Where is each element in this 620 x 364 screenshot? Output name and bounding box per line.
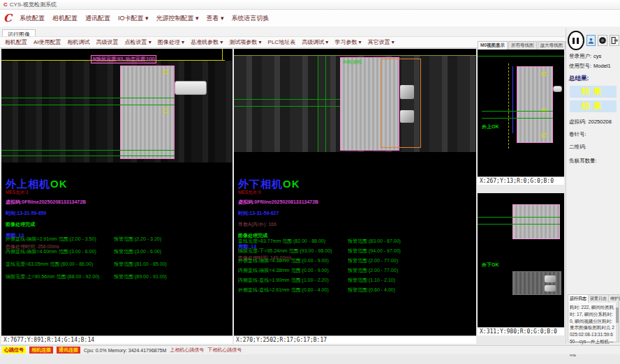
tool-other-settings[interactable]: 其它设置 ▾ — [368, 38, 394, 46]
left-camera-view[interactable]: N预留宽度:93, 动态宽度:100 外上相机OK MES允许:1 虚拟码:0F… — [1, 49, 232, 344]
measurement-text: 隔膜宽度-下=95.24mm 范围:(93.00 - 98.00) — [238, 248, 332, 253]
tab-count-label: 负极耳数量: — [569, 158, 597, 165]
tool-plc-address[interactable]: PLC地址表 — [268, 38, 296, 46]
tool-spotcheck-settings[interactable]: 点检设置 ▾ — [125, 38, 152, 46]
camera-name: 外上相机 — [6, 178, 50, 190]
result-ok: OK — [283, 178, 300, 190]
result-indicator-2: 结果 — [570, 100, 617, 112]
pin-number-label: 卷针号: — [569, 131, 586, 138]
measurement-row: 外侧直线-直线=2.61mm 范围:(0.60 - 4.00) 预警范围:(0.… — [238, 287, 468, 294]
menu-light-config[interactable]: 光源控制配置 ▾ — [156, 14, 198, 23]
upper-camera-heartbeat: 上相机心跳信号 — [170, 347, 204, 354]
measurement-text: 内侧直线-直线=1.90mm 范围:(1.00 - 2.20) — [238, 278, 329, 282]
tab-run-log[interactable]: 运行日志 — [568, 295, 589, 303]
tool-learning-params[interactable]: 学习参数 ▾ — [334, 38, 361, 46]
tab-connector-blob — [175, 81, 207, 95]
user-icon — [587, 37, 595, 45]
mid-coordinate-bar: X:270;Y:2502;R:17;G:17;B:17 — [234, 335, 476, 344]
measurement-text: 直线宽度=83.05mm 范围:(80.00 - 86.00) — [6, 261, 93, 266]
overlay-green-vline — [325, 56, 326, 152]
measurement-row: 外侧直线-隔膜=4.38mm 范围:(0.00 - 9.00) 预警范围:(2.… — [238, 257, 468, 264]
yellow-marker — [542, 108, 546, 112]
measurement-text: 内侧直线-隔膜=4.60mm 范围:(3.00 - 6.00) — [6, 249, 96, 254]
measurement-row: 直线宽度=83.05mm 范围:(80.00 - 86.00) 预警范围:(81… — [6, 261, 236, 268]
measurement-text: 外侧直线-隔膜=4.38mm 范围:(0.00 - 9.00) — [238, 258, 329, 263]
warning-range-text: 预警范围:(2.00 - 77.00) — [348, 267, 398, 274]
processing-done: 图像处理完成 — [6, 221, 222, 228]
exit-button[interactable] — [610, 35, 619, 46]
virtual-code-label: 虚拟码: — [569, 119, 586, 126]
tab-m0-view[interactable]: M0视图显示 — [478, 41, 508, 50]
overlay-green-line — [478, 56, 564, 56]
log-tabs: 运行日志 设置日志 维护日志 — [568, 295, 619, 303]
login-user-row: 登录用户:cys — [569, 53, 620, 60]
tool-ai-config[interactable]: AI使用配置 — [34, 38, 61, 46]
right-top-view[interactable]: 外上OK X:267;Y:13;R:0;G:0;B:0 — [478, 50, 564, 185]
mes-status: MES允许:0 — [238, 190, 455, 196]
model-row: 使用型号:Model1 — [569, 63, 620, 70]
overlay-green-line — [1, 98, 175, 98]
measurement-text: 外侧直线-直线=2.61mm 范围:(0.60 - 4.00) — [238, 287, 329, 292]
tool-camera-config[interactable]: 相机配置 — [5, 38, 27, 46]
camera-image — [1, 61, 232, 162]
overlay-green-line — [1, 156, 175, 156]
measurement-text: 外侧直线-隔膜=2.91mm 范围:(2.00 - 3.50) — [6, 236, 96, 241]
user-button[interactable] — [586, 35, 596, 46]
left-coordinate-bar: X:7677;Y:891;R:14;G:14;B:14 — [1, 335, 232, 344]
login-user-label: 登录用户: — [569, 53, 591, 60]
tab-count-row: 负极耳数量: — [569, 158, 620, 165]
reserve-width-label: N预留宽度:93, 动态宽度:100 — [91, 55, 156, 63]
tab-all-buslines[interactable]: 所有母线图 — [508, 41, 537, 50]
warning-range-text: 预警范围:(0.60 - 4.00) — [348, 287, 395, 294]
menu-io-config[interactable]: IO卡配置 ▾ — [118, 14, 149, 23]
window-title: CYS-视觉检测系统 — [10, 0, 57, 10]
log-panel: 运行日志 设置日志 维护日志 耗时: 222, 瞬间绘图耗时: 17, 瞬间分系… — [568, 294, 619, 342]
tab-zoom-buslines[interactable]: 放大母线图 — [538, 41, 566, 50]
camera-connect-badge: 相机连接 — [29, 347, 53, 354]
tool-camera-debug[interactable]: 相机调试 — [68, 38, 90, 46]
right-bottom-view[interactable]: 外下OK X:311;Y:980;R:0;G:0;B:0 — [478, 193, 564, 335]
measurement-row: 直线宽度=83.77mm 范围:(82.00 - 88.00) 预警范围:(83… — [238, 238, 468, 245]
ai-detect-rect — [381, 59, 421, 148]
log-scrollbar-thumb[interactable] — [616, 308, 619, 323]
overlay-blue-vline — [512, 66, 513, 133]
yellow-marker — [163, 70, 168, 74]
virtual-code: 虚拟码:0Ffliine2025020813313472B — [238, 199, 455, 206]
warning-range-text: 预警范围:(2.20 - 3.20) — [114, 236, 161, 243]
tool-advanced-debug[interactable]: 高级调试 ▾ — [302, 38, 328, 46]
overlay-green-line — [482, 111, 553, 112]
detected-cell-block — [512, 204, 560, 239]
warning-range-text: 预警范围:(89.00 - 91.00) — [114, 273, 167, 280]
control-button-row — [566, 28, 620, 50]
measurement-row: 外侧直线-隔膜=2.91mm 范围:(2.00 - 3.50) 预警范围:(2.… — [6, 236, 236, 243]
model-label: 使用型号: — [569, 63, 591, 70]
log-scrollbar[interactable] — [616, 302, 619, 342]
camera-name: 外下相机 — [238, 178, 283, 190]
yellow-marker — [542, 72, 546, 76]
result-ok: OK — [50, 178, 68, 190]
menu-comm-config[interactable]: 通讯配置 — [85, 14, 110, 23]
menu-system-config[interactable]: 系统配置 — [20, 14, 45, 23]
tool-image-processing[interactable]: 图像处理 ▾ — [158, 38, 184, 46]
title-bar: C CYS-视觉检测系统 — [0, 0, 620, 10]
mid-camera-view[interactable]: AI检测框 外下相机OK MES允许:0 虚拟码:0Ffliine2025020… — [234, 49, 476, 344]
pause-button[interactable] — [568, 31, 584, 50]
menu-bar: C 系统配置 相机配置 通讯配置 IO卡配置 ▾ 光源控制配置 ▾ 查看 ▾ 系… — [0, 10, 620, 26]
stop-button[interactable] — [598, 35, 607, 46]
tool-advanced-settings[interactable]: 高级设置 — [96, 38, 119, 46]
tab-connector-blob — [553, 86, 562, 92]
measurement-row: 隔膜宽度-上=90.56mm 范围:(88.00 - 92.00) 预警范围:(… — [6, 273, 236, 280]
overlay-green-line — [482, 118, 553, 119]
tab-settings-log[interactable]: 设置日志 — [589, 295, 609, 303]
total-result-label: 总结果: — [569, 75, 620, 83]
tool-baseline-params[interactable]: 基准线参数 ▾ — [191, 38, 223, 46]
measurement-row: 内侧直线-隔膜=4.60mm 范围:(3.00 - 6.00) 预警范围:(3.… — [6, 248, 236, 255]
tool-test-params[interactable]: 测试项参数 ▾ — [229, 38, 261, 46]
menu-language-switch[interactable]: 系统语言切换 — [232, 14, 270, 23]
cpu-memory-text: Cpu: 0.0% Memory: 3424.41796875M — [84, 348, 166, 353]
menu-view[interactable]: 查看 ▾ — [207, 14, 224, 23]
menu-camera-config[interactable]: 相机配置 — [52, 14, 78, 23]
camera-result-title: 外上相机OK — [6, 179, 222, 189]
warning-range-text: 预警范围:(94.00 - 97.00) — [348, 248, 401, 255]
measurement-text: 内侧直线-隔膜=4.38mm 范围:(0.00 - 9.00) — [238, 268, 329, 273]
